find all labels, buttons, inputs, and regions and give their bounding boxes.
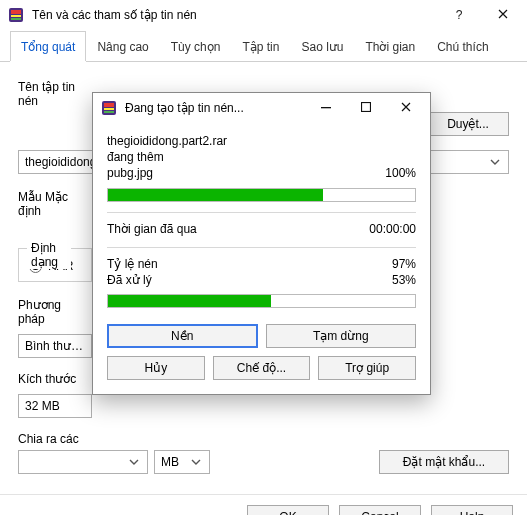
rar-icon — [8, 7, 24, 23]
total-progressbar — [107, 294, 416, 308]
set-password-label: Đặt mật khẩu... — [403, 455, 485, 469]
maximize-button[interactable] — [346, 93, 386, 123]
tab-label: Nâng cao — [97, 40, 148, 54]
cancel-button[interactable]: Cancel — [339, 505, 421, 515]
compression-method-label: Phương pháp — [18, 298, 74, 326]
current-file-name: pubg.jpg — [107, 165, 153, 181]
progress-buttons: Nền Tạm dừng Hủy Chế độ... Trợ giúp — [93, 316, 430, 394]
window-controls: ? — [437, 0, 525, 30]
chevron-down-icon — [129, 459, 143, 465]
compression-method-value: Bình thường — [25, 339, 87, 353]
chevron-down-icon — [490, 159, 504, 165]
help-window-button[interactable]: ? — [437, 0, 481, 30]
minimize-button[interactable] — [306, 93, 346, 123]
split-size-combo[interactable] — [18, 450, 148, 474]
cancel-progress-label: Hủy — [144, 361, 167, 375]
tab-time[interactable]: Thời gian — [354, 31, 426, 62]
progress-title: Đang tạo tập tin nén... — [125, 101, 306, 115]
tab-backup[interactable]: Sao lưu — [290, 31, 354, 62]
chevron-down-icon — [191, 459, 205, 465]
tab-files[interactable]: Tập tin — [231, 31, 290, 62]
ok-label: OK — [279, 510, 296, 515]
tab-comment[interactable]: Chú thích — [426, 31, 499, 62]
processed-row: Đã xử lý 53% — [107, 272, 416, 288]
rar-icon — [101, 100, 117, 116]
window-title: Tên và các tham số tập tin nén — [32, 8, 437, 22]
minimize-icon — [321, 101, 331, 115]
split-unit-value: MB — [161, 455, 191, 469]
divider — [107, 212, 416, 213]
close-icon — [401, 101, 411, 115]
tab-general[interactable]: Tổng quát — [10, 31, 86, 62]
close-icon — [498, 8, 508, 22]
progress-body: thegioididong.part2.rar đang thêm pubg.j… — [93, 123, 430, 316]
set-password-button[interactable]: Đặt mật khẩu... — [379, 450, 509, 474]
progress-dialog: Đang tạo tập tin nén... thegioididong.pa… — [92, 92, 431, 395]
help-progress-button[interactable]: Trợ giúp — [318, 356, 416, 380]
close-button[interactable] — [386, 93, 426, 123]
current-file-percent: 100% — [385, 165, 416, 181]
tab-label: Tập tin — [242, 40, 279, 54]
elapsed-row: Thời gian đã qua 00:00:00 — [107, 221, 416, 237]
ratio-row: Tỷ lệ nén 97% — [107, 256, 416, 272]
mode-label: Chế độ... — [237, 361, 286, 375]
cancel-progress-button[interactable]: Hủy — [107, 356, 205, 380]
elapsed-value: 00:00:00 — [369, 221, 416, 237]
help-label: Help — [460, 510, 485, 515]
pause-button[interactable]: Tạm dừng — [266, 324, 417, 348]
maximize-icon — [361, 101, 371, 115]
volume-size-label: Kích thước — [18, 372, 78, 386]
split-label: Chia ra các — [18, 432, 88, 446]
elapsed-label: Thời gian đã qua — [107, 221, 197, 237]
archive-name-label: Tên tập tin nén — [18, 80, 88, 108]
divider — [107, 247, 416, 248]
tab-label: Thời gian — [365, 40, 415, 54]
progress-titlebar: Đang tạo tập tin nén... — [93, 93, 430, 123]
tabstrip: Tổng quát Nâng cao Tùy chọn Tập tin Sao … — [0, 30, 527, 62]
mode-button[interactable]: Chế độ... — [213, 356, 311, 380]
archive-format-legend: Định dạng — [27, 241, 71, 269]
volume-size-value: 32 MB — [25, 399, 87, 413]
total-progress-fill — [108, 295, 271, 307]
volume-size-combo[interactable]: 32 MB — [18, 394, 92, 418]
current-file-progress-fill — [108, 189, 323, 201]
dialog-footer: OK Cancel Help — [0, 494, 527, 515]
tab-label: Tùy chọn — [171, 40, 221, 54]
question-icon: ? — [456, 8, 463, 22]
help-button[interactable]: Help — [431, 505, 513, 515]
archive-format-group: Định dạng RAR — [18, 248, 92, 282]
cancel-label: Cancel — [361, 510, 398, 515]
tab-label: Tổng quát — [21, 40, 75, 54]
tab-advanced[interactable]: Nâng cao — [86, 31, 159, 62]
background-label: Nền — [171, 329, 193, 343]
archive-file-line: thegioididong.part2.rar — [107, 133, 416, 149]
browse-label: Duyệt... — [447, 117, 489, 131]
processed-label: Đã xử lý — [107, 272, 152, 288]
titlebar: Tên và các tham số tập tin nén ? — [0, 0, 527, 30]
current-file-row: pubg.jpg 100% — [107, 165, 416, 181]
processed-value: 53% — [392, 272, 416, 288]
close-window-button[interactable] — [481, 0, 525, 30]
background-button[interactable]: Nền — [107, 324, 258, 348]
progress-window-controls — [306, 93, 426, 123]
action-line: đang thêm — [107, 149, 416, 165]
current-file-progressbar — [107, 188, 416, 202]
ratio-label: Tỷ lệ nén — [107, 256, 158, 272]
tab-label: Chú thích — [437, 40, 488, 54]
compression-method-combo[interactable]: Bình thường — [18, 334, 92, 358]
browse-button[interactable]: Duyệt... — [427, 112, 509, 136]
help-progress-label: Trợ giúp — [345, 361, 389, 375]
ratio-value: 97% — [392, 256, 416, 272]
pause-label: Tạm dừng — [313, 329, 369, 343]
ok-button[interactable]: OK — [247, 505, 329, 515]
tab-options[interactable]: Tùy chọn — [160, 31, 232, 62]
split-unit-combo[interactable]: MB — [154, 450, 210, 474]
tab-label: Sao lưu — [301, 40, 343, 54]
